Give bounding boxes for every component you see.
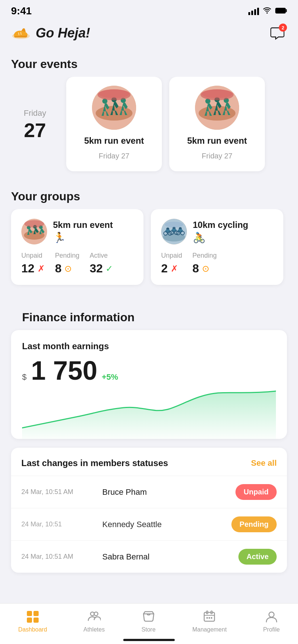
stat-active-1: Active 32 ✓ — [90, 252, 113, 275]
runners-image-2 — [195, 86, 239, 130]
battery-icon — [275, 7, 287, 15]
profile-icon — [264, 609, 279, 624]
nav-management[interactable]: Management — [192, 609, 227, 633]
date-day-name: Friday — [24, 108, 46, 118]
group-header-1: 5km run event 🏃 — [21, 219, 133, 244]
svg-rect-40 — [27, 611, 32, 616]
group-avatar-1 — [21, 219, 47, 244]
member-row-1[interactable]: 24 Mar, 10:51 AM Bruce Pham Unpaid — [11, 476, 287, 508]
event-date-2: Friday 27 — [202, 152, 232, 160]
logo-shoe-icon — [11, 26, 31, 40]
svg-rect-41 — [33, 611, 39, 616]
svg-rect-51 — [209, 617, 210, 619]
date-day-num: 27 — [24, 120, 46, 140]
group-card-2[interactable]: 10km cycling 🚴 Unpaid 2 ✗ Pending 8 ⊙ — [151, 209, 283, 285]
svg-rect-42 — [27, 618, 32, 623]
member-row-2[interactable]: 24 Mar, 10:51 Kennedy Seattle Pending — [11, 508, 287, 540]
event-date-1: Friday 27 — [99, 152, 129, 160]
group-name-1: 5km run event — [53, 220, 113, 230]
pending-clock-icon-1: ⊙ — [64, 264, 72, 274]
nav-management-label: Management — [192, 626, 227, 633]
member-row-3[interactable]: 24 Mar, 10:51 AM Sabra Bernal Active — [11, 540, 287, 573]
svg-point-24 — [24, 220, 44, 228]
event-card-1[interactable]: 5km run event Friday 27 — [66, 77, 162, 171]
group-type-icon-2: 🚴 — [193, 232, 248, 244]
group-info-1: 5km run event 🏃 — [53, 220, 113, 244]
currency-symbol: $ — [22, 372, 26, 382]
members-section-title: Last changes in members statuses — [21, 458, 168, 468]
group-stats-1: Unpaid 12 ✗ Pending 8 ⊙ Active — [21, 252, 133, 275]
finance-amount-row: $ 1 750 +5% — [22, 357, 276, 384]
group-avatar-2 — [161, 219, 187, 244]
home-indicator — [123, 639, 175, 641]
wifi-icon — [263, 7, 272, 15]
svg-point-18 — [202, 89, 233, 98]
group-stats-2: Unpaid 2 ✗ Pending 8 ⊙ — [161, 252, 273, 275]
nav-profile[interactable]: Profile — [263, 609, 280, 633]
athletes-icon — [87, 609, 102, 624]
management-icon — [202, 609, 217, 624]
stat-unpaid-2: Unpaid 2 ✗ — [161, 252, 182, 275]
nav-store-label: Store — [142, 626, 156, 633]
dashboard-icon — [25, 609, 40, 624]
nav-dashboard-label: Dashboard — [18, 626, 47, 633]
finance-amount: 1 750 — [31, 357, 97, 384]
svg-point-45 — [94, 612, 98, 616]
group-image-1 — [21, 219, 47, 244]
member-time-2: 24 Mar, 10:51 — [21, 520, 95, 528]
signal-bars-icon — [248, 7, 259, 15]
svg-point-11 — [99, 89, 130, 98]
member-name-1: Bruce Pham — [95, 487, 235, 497]
bottom-nav: Dashboard Athletes Store — [0, 603, 298, 644]
group-info-2: 10km cycling 🚴 — [193, 220, 248, 244]
group-header-2: 10km cycling 🚴 — [161, 219, 273, 244]
nav-athletes[interactable]: Athletes — [84, 609, 105, 633]
finance-section-title: Finance information — [11, 303, 287, 330]
app-header: Go Heja! 2 — [0, 20, 298, 50]
svg-rect-50 — [206, 617, 208, 619]
groups-scroll: 5km run event 🏃 Unpaid 12 ✗ Pending 8 — [0, 209, 298, 296]
svg-rect-43 — [33, 618, 39, 623]
svg-point-26 — [163, 233, 185, 242]
see-all-button[interactable]: See all — [251, 458, 277, 468]
svg-point-44 — [91, 612, 94, 616]
events-scroll: Friday 27 — [0, 77, 298, 182]
members-section: Last changes in members statuses See all… — [0, 439, 298, 580]
nav-store[interactable]: Store — [141, 609, 156, 633]
status-badge-2: Pending — [231, 516, 277, 532]
nav-dashboard[interactable]: Dashboard — [18, 609, 47, 633]
stat-pending-1: Pending 8 ⊙ — [55, 252, 79, 275]
stat-unpaid-1: Unpaid 12 ✗ — [21, 252, 45, 275]
nav-profile-label: Profile — [263, 626, 280, 633]
events-section-title: Your events — [0, 50, 298, 77]
svg-rect-1 — [286, 9, 287, 12]
member-time-3: 24 Mar, 10:51 AM — [21, 553, 95, 561]
chart-svg — [22, 387, 276, 439]
group-name-2: 10km cycling — [193, 220, 248, 230]
svg-point-53 — [269, 612, 274, 617]
pending-clock-icon-2: ⊙ — [202, 264, 209, 274]
active-check-icon-1: ✓ — [106, 264, 113, 274]
groups-section-title: Your groups — [0, 182, 298, 209]
status-bar: 9:41 — [0, 0, 298, 20]
svg-point-39 — [165, 222, 183, 228]
finance-card-title: Last month earnings — [22, 341, 276, 351]
group-card-1[interactable]: 5km run event 🏃 Unpaid 12 ✗ Pending 8 — [11, 209, 143, 285]
logo-area: Go Heja! — [11, 25, 90, 41]
member-time-1: 24 Mar, 10:51 AM — [21, 488, 95, 496]
event-name-1: 5km run event — [84, 136, 144, 146]
earnings-chart — [22, 387, 276, 439]
event-card-2[interactable]: 5km run event Friday 27 — [169, 77, 265, 171]
store-icon — [141, 609, 156, 624]
member-name-2: Kennedy Seattle — [95, 520, 231, 529]
finance-section: Finance information Last month earnings … — [0, 296, 298, 439]
notification-button[interactable]: 2 — [268, 24, 287, 43]
notification-badge: 2 — [279, 24, 287, 32]
svg-rect-0 — [276, 8, 285, 13]
nav-athletes-label: Athletes — [84, 626, 105, 633]
svg-point-36 — [178, 229, 183, 233]
status-badge-1: Unpaid — [235, 484, 277, 500]
svg-rect-52 — [211, 617, 212, 619]
status-time: 9:41 — [11, 5, 32, 17]
percent-change: +5% — [102, 372, 118, 382]
